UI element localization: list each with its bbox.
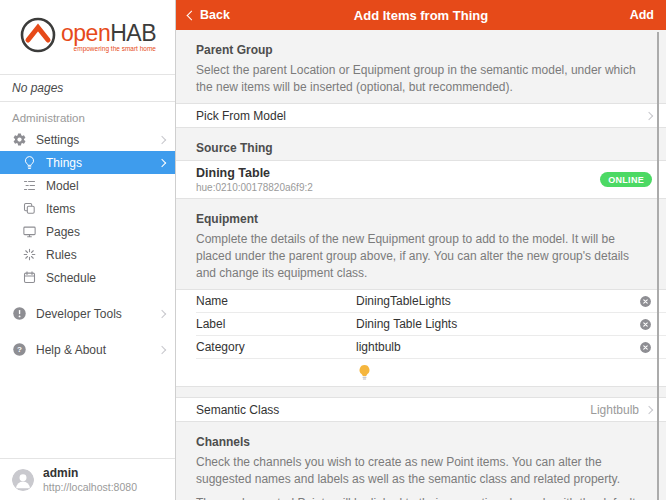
category-preview [356,359,666,386]
name-field-label: Name [196,294,356,308]
main-panel: Back Add Items from Thing Add Parent Gro… [176,0,666,500]
clear-icon[interactable] [639,341,652,354]
sidebar-item-help-about[interactable]: ? Help & About [0,338,175,361]
sidebar-item-things[interactable]: Things [0,151,175,174]
thing-id: hue:0210:00178820a6f9:2 [196,182,313,193]
chevron-right-icon [645,405,653,413]
channels-description-1: Check the channels you wish to create as… [196,454,646,488]
pages-monitor-icon [22,224,37,239]
back-button[interactable]: Back [188,8,230,22]
name-field-row: Name [196,290,666,313]
status-badge: ONLINE [600,172,652,187]
sidebar-item-rules[interactable]: Rules [0,243,175,266]
category-input[interactable] [356,340,639,354]
no-pages-label: No pages [0,74,175,102]
user-name: admin [43,466,137,480]
gear-icon [12,132,27,147]
help-icon: ? [12,342,27,357]
model-tree-icon [22,178,37,193]
equipment-description: Complete the details of the new Equipmen… [196,231,646,282]
sidebar-item-label: Pages [46,225,80,239]
administration-label: Administration [0,102,175,128]
equipment-title: Equipment [196,212,646,226]
semantic-class-value: Lightbulb [590,403,639,417]
sidebar-item-label: Items [46,202,75,216]
clear-icon[interactable] [639,295,652,308]
logo-tagline: empowering the smart home [61,46,156,53]
avatar [12,469,34,491]
sidebar-item-items[interactable]: Items [0,197,175,220]
user-url: http://localhost:8080 [43,481,137,493]
lightbulb-yellow-icon [356,369,373,386]
sidebar: openHAB empowering the smart home No pag… [0,0,176,500]
parent-group-description: Select the parent Location or Equipment … [196,62,646,96]
parent-group-title: Parent Group [196,43,646,57]
sidebar-item-label: Rules [46,248,77,262]
chevron-right-icon [645,111,653,119]
label-input[interactable] [356,317,639,331]
developer-tools-icon [12,306,27,321]
sidebar-item-label: Developer Tools [36,307,122,321]
source-thing-row: Dining Table hue:0210:00178820a6f9:2 ONL… [176,160,666,199]
lightbulb-icon [22,155,37,170]
user-account[interactable]: admin http://localhost:8080 [0,458,175,500]
openhab-logo-text: openHAB empowering the smart home [61,22,156,53]
sidebar-item-settings[interactable]: Settings [0,128,175,151]
chevron-right-icon [158,158,166,166]
thing-name: Dining Table [196,166,313,180]
sidebar-item-model[interactable]: Model [0,174,175,197]
category-field-row: Category [196,336,666,359]
sidebar-item-label: Schedule [46,271,96,285]
name-input[interactable] [356,294,639,308]
rules-spark-icon [22,247,37,262]
sidebar-item-schedule[interactable]: Schedule [0,266,175,289]
label-field-row: Label [196,313,666,336]
source-thing-title: Source Thing [196,141,646,155]
items-copy-icon [22,201,37,216]
schedule-calendar-icon [22,270,37,285]
page-title: Add Items from Thing [176,8,666,23]
sidebar-item-pages[interactable]: Pages [0,220,175,243]
sidebar-item-label: Settings [36,133,79,147]
chevron-right-icon [158,345,166,353]
vertical-scrollbar[interactable] [657,32,659,500]
clear-icon[interactable] [639,318,652,331]
openhab-logo: openHAB empowering the smart home [0,0,175,74]
openhab-logo-icon [19,16,57,58]
sidebar-item-label: Help & About [36,343,106,357]
label-field-label: Label [196,317,356,331]
semantic-class-row[interactable]: Semantic Class Lightbulb [176,397,666,422]
semantic-class-label: Semantic Class [196,403,279,417]
channels-title: Channels [196,435,646,449]
sidebar-item-label: Things [46,156,82,170]
svg-text:?: ? [17,345,22,354]
add-button[interactable]: Add [630,8,654,22]
channels-description-2: The newly created Points will be linked … [196,495,646,500]
category-field-label: Category [196,340,356,354]
chevron-right-icon [158,309,166,317]
chevron-right-icon [158,135,166,143]
equipment-form: Name Label Category [176,289,666,387]
pick-from-model-row[interactable]: Pick From Model [176,103,666,128]
sidebar-item-developer-tools[interactable]: Developer Tools [0,302,175,325]
sidebar-item-label: Model [46,179,79,193]
chevron-left-icon [187,10,197,20]
page-content: Parent Group Select the parent Location … [176,30,666,500]
navbar: Back Add Items from Thing Add [176,0,666,30]
